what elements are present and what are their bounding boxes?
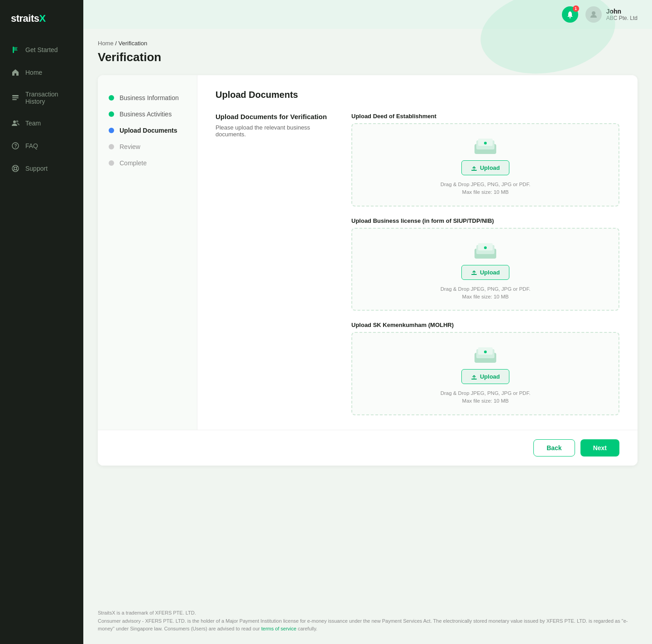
upload-section-sk: Upload SK Kemenkumham (MOLHR) (351, 322, 619, 415)
upload-title: Upload Documents (216, 90, 619, 100)
footer-line2: Consumer advisory - XFERS PTE. LTD. is t… (98, 617, 638, 633)
user-profile[interactable]: John ABC Pte. Ltd (585, 6, 638, 23)
sk-hint: Drag & Drop JPEG, PNG, JPG or PDF. Max f… (441, 389, 531, 405)
license-title: Upload Business license (in form of SIUP… (351, 217, 619, 224)
main-content: 1 John ABC Pte. Ltd Home / Verification … (83, 0, 652, 644)
svg-point-29 (484, 351, 487, 353)
page-content: Home / Verification Verification Busines… (83, 29, 652, 598)
svg-line-10 (13, 166, 14, 168)
deed-title: Upload Deed of Establishment (351, 113, 619, 120)
svg-rect-30 (471, 379, 477, 380)
breadcrumb-home[interactable]: Home (98, 40, 114, 47)
step-upload-documents: Upload Documents (109, 122, 186, 139)
svg-rect-1 (12, 95, 19, 96)
breadcrumb-current: Verification (119, 40, 148, 47)
user-details: John ABC Pte. Ltd (606, 8, 638, 21)
svg-point-9 (14, 167, 17, 170)
deed-upload-button[interactable]: Upload (461, 160, 509, 175)
deed-dropzone[interactable]: Upload Drag & Drop JPEG, PNG, JPG or PDF… (351, 123, 619, 207)
svg-rect-0 (13, 47, 14, 53)
upload-panel: Upload Documents Upload Documents for Ve… (197, 75, 638, 430)
sk-upload-button[interactable]: Upload (461, 369, 509, 384)
svg-rect-3 (12, 99, 17, 100)
sk-title: Upload SK Kemenkumham (MOLHR) (351, 322, 619, 328)
svg-point-24 (484, 246, 487, 249)
step-dot-business-info (109, 95, 114, 101)
svg-point-19 (484, 142, 487, 144)
svg-rect-2 (12, 97, 19, 98)
deed-hint: Drag & Drop JPEG, PNG, JPG or PDF. Max f… (441, 181, 531, 197)
sidebar-item-support[interactable]: Support (0, 158, 83, 179)
step-dot-business-activities (109, 111, 114, 117)
notification-button[interactable]: 1 (562, 6, 578, 23)
team-icon (11, 119, 20, 128)
license-dropzone[interactable]: Upload Drag & Drop JPEG, PNG, JPG or PDF… (351, 228, 619, 311)
upload-description: Upload Documents for Verification Please… (216, 113, 333, 415)
upload-section-license: Upload Business license (in form of SIUP… (351, 217, 619, 311)
breadcrumb: Home / Verification (98, 40, 638, 47)
sidebar: straitsX Get Started Home (0, 0, 83, 644)
svg-rect-25 (471, 274, 477, 275)
sidebar-item-home[interactable]: Home (0, 62, 83, 83)
upload-sections: Upload Deed of Establishment (351, 113, 619, 415)
user-name: John (606, 8, 638, 15)
svg-point-15 (592, 11, 595, 15)
home-icon (11, 68, 20, 77)
page-title: Verification (98, 50, 638, 64)
back-button[interactable]: Back (533, 439, 575, 457)
card-footer: Back Next (98, 430, 638, 466)
verification-card: Business Information Business Activities… (98, 75, 638, 466)
flag-icon (11, 45, 20, 54)
steps-panel: Business Information Business Activities… (98, 75, 197, 430)
avatar (585, 6, 602, 23)
license-hint: Drag & Drop JPEG, PNG, JPG or PDF. Max f… (441, 285, 531, 301)
next-button[interactable]: Next (580, 439, 619, 457)
notification-badge: 1 (573, 5, 579, 12)
sidebar-item-transaction-history[interactable]: Transaction History (0, 84, 83, 111)
svg-line-13 (17, 170, 18, 171)
sidebar-item-team[interactable]: Team (0, 112, 83, 134)
logo: straitsX (0, 0, 83, 39)
svg-line-12 (13, 170, 14, 171)
step-complete: Complete (109, 155, 186, 171)
step-dot-review (109, 144, 114, 149)
svg-text:?: ? (14, 144, 17, 149)
svg-line-11 (17, 166, 18, 168)
svg-point-4 (13, 120, 16, 123)
step-business-info: Business Information (109, 90, 186, 106)
sk-icon (473, 346, 498, 364)
license-icon (473, 241, 498, 260)
support-icon (11, 164, 20, 173)
upload-section-deed: Upload Deed of Establishment (351, 113, 619, 207)
svg-point-14 (569, 17, 570, 19)
step-dot-complete (109, 160, 114, 166)
step-dot-upload-documents (109, 128, 114, 133)
footer-line1: StraitsX is a trademark of XFERS PTE. LT… (98, 609, 638, 617)
sidebar-item-faq[interactable]: ? FAQ (0, 135, 83, 157)
sidebar-item-get-started[interactable]: Get Started (0, 39, 83, 61)
upload-left-desc: Please upload the relevant business docu… (216, 124, 333, 138)
tos-link[interactable]: terms of service (261, 626, 297, 631)
history-icon (11, 93, 20, 102)
card-body: Business Information Business Activities… (98, 75, 638, 430)
page-footer: StraitsX is a trademark of XFERS PTE. LT… (83, 598, 652, 644)
upload-left-title: Upload Documents for Verification (216, 113, 333, 120)
license-upload-button[interactable]: Upload (461, 265, 509, 280)
sidebar-nav: Get Started Home Transaction History (0, 39, 83, 644)
faq-icon: ? (11, 141, 20, 150)
header: 1 John ABC Pte. Ltd (83, 0, 652, 29)
svg-rect-20 (471, 170, 477, 171)
sk-dropzone[interactable]: Upload Drag & Drop JPEG, PNG, JPG or PDF… (351, 332, 619, 415)
svg-point-5 (16, 120, 19, 123)
user-company: ABC Pte. Ltd (606, 15, 638, 21)
upload-content: Upload Documents for Verification Please… (216, 113, 619, 415)
step-review: Review (109, 139, 186, 155)
deed-icon (473, 137, 498, 155)
step-business-activities: Business Activities (109, 106, 186, 122)
